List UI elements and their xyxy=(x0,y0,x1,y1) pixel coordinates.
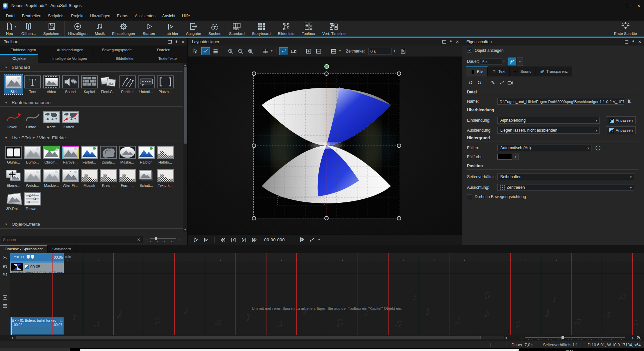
float-panel-icon[interactable] xyxy=(168,40,172,44)
fill-color-swatch[interactable] xyxy=(497,154,512,160)
motion-path-button[interactable] xyxy=(498,79,505,86)
toolbox-item[interactable]: Schatt... xyxy=(137,168,156,188)
toolbar-button[interactable]: ▼ Toolbox xyxy=(298,21,319,37)
toolbar-button[interactable]: ▼ Musik xyxy=(91,21,108,37)
selection-handle-w[interactable] xyxy=(252,144,256,148)
play-from-here-button[interactable] xyxy=(202,236,211,244)
remove-keyframe-button[interactable] xyxy=(314,47,323,55)
split-icon[interactable]: ✂ xyxy=(21,255,24,259)
selection-handle-s[interactable] xyxy=(324,216,329,220)
menu-item[interactable]: Ansicht xyxy=(159,11,179,21)
toolbox-item[interactable]: Text xyxy=(23,74,42,94)
toolbox-item[interactable]: Ebene... xyxy=(4,168,23,188)
toolbox-item[interactable]: Maske... xyxy=(118,145,137,165)
ausblendung-anpassen-button[interactable]: BA Anpassen xyxy=(606,126,636,134)
play-button[interactable] xyxy=(191,236,200,244)
toolbar-button[interactable]: ▼ Ausgabe xyxy=(182,21,205,37)
properties-tab[interactable]: Bild xyxy=(466,66,488,76)
properties-tab[interactable]: Text xyxy=(488,66,510,76)
scroll-right-arrow[interactable]: ▶ xyxy=(506,336,508,339)
fill-color-caret[interactable]: ▾ xyxy=(513,154,519,160)
name-input[interactable]: D:\Eugen_und_Hilde\Eugen Roth\2009\png\B… xyxy=(497,98,624,105)
search-input[interactable] xyxy=(1,236,143,243)
seitenverhaeltnis-select[interactable]: Beibehalten xyxy=(497,174,634,180)
toolbox-item[interactable]: Texturk... xyxy=(156,168,175,188)
keyframe-caret[interactable]: ▼ xyxy=(318,238,320,241)
menu-item[interactable]: Hinzufügen xyxy=(87,11,114,21)
toolbox-tab[interactable]: Dateien xyxy=(140,46,187,54)
clip-range-highlight[interactable]: min ✂ 00:05 xyxy=(10,253,64,261)
toolbox-item[interactable]: Video xyxy=(42,74,61,94)
menu-item[interactable]: Hilfe xyxy=(179,11,193,21)
edit-image-button[interactable]: ✎ xyxy=(489,79,497,86)
fast-forward-button[interactable] xyxy=(250,236,259,244)
selection-handle-sw[interactable] xyxy=(252,216,256,220)
toolbox-tab[interactable]: Einblendungen xyxy=(0,46,47,54)
toolbox-item[interactable]: Weich... xyxy=(23,168,42,188)
toolbox-item[interactable]: Kapitel xyxy=(80,74,99,94)
toolbox-item[interactable]: Einfac... xyxy=(23,110,42,130)
timeline-zoom-slider[interactable] xyxy=(525,336,625,340)
timeline-tab[interactable]: Storyboard xyxy=(48,245,76,253)
toolbar-button[interactable]: ▼ Hinzufügen xyxy=(64,21,91,37)
slider-thumb[interactable] xyxy=(562,336,564,339)
timeline-zoom-in-button[interactable]: + xyxy=(631,335,634,341)
next-object-button[interactable] xyxy=(240,236,248,244)
toolbox-item[interactable]: 3D-Rot... xyxy=(4,191,23,211)
audio-clip-left-edge[interactable] xyxy=(11,317,12,335)
toolbox-tab[interactable]: Texteffekte xyxy=(148,54,187,63)
select-tool-button[interactable] xyxy=(191,47,200,55)
toolbar-button[interactable]: ▼ Storyboard xyxy=(248,21,274,37)
motion-path-button[interactable] xyxy=(279,47,288,55)
toolbox-item[interactable]: Karte xyxy=(42,110,61,130)
toolbox-tab[interactable]: Ausblendungen xyxy=(47,46,94,54)
audio-clip[interactable]: 01 Boléro, ballet for orc +00:02 -00:07 xyxy=(10,317,64,335)
selection-handle-nw[interactable] xyxy=(252,71,256,76)
toolbox-item[interactable]: Displa... xyxy=(99,145,118,165)
erste-schritte-button[interactable]: Erste Schritte xyxy=(610,21,641,37)
designer-canvas[interactable] xyxy=(188,57,462,234)
razor-icon[interactable]: ✂ xyxy=(3,255,7,261)
close-panel-icon[interactable]: ✕ xyxy=(456,40,459,44)
toolbox-item[interactable]: Unterti... xyxy=(137,74,156,94)
ausrichtung-select[interactable]: Zentrieren xyxy=(497,184,634,191)
menu-item[interactable]: Datei xyxy=(3,11,19,21)
grid-dropdown-caret[interactable]: ▼ xyxy=(270,50,273,53)
timeline-tab[interactable]: Timeline - Spuransicht xyxy=(0,245,48,253)
toolbox-item[interactable]: Tonwe... xyxy=(23,191,42,211)
toolbox-item[interactable]: Mosaik xyxy=(80,168,99,188)
menu-item[interactable]: Assistenten xyxy=(132,11,159,21)
einblendung-select[interactable]: Alphablending xyxy=(497,117,600,124)
camera-pan-button[interactable] xyxy=(507,79,514,86)
properties-tab[interactable]: Sound xyxy=(510,66,536,76)
toolbar-button[interactable]: ▼ Öffnen... xyxy=(18,21,40,37)
rotation-handle[interactable] xyxy=(324,64,329,69)
close-button[interactable]: ✕ xyxy=(634,0,644,11)
menu-item[interactable]: Bearbeiten xyxy=(19,11,45,21)
add-keyframe-button[interactable] xyxy=(304,47,313,55)
ausblendung-select[interactable]: Liegen lassen, nicht ausblenden xyxy=(497,127,600,134)
toolbox-item[interactable]: Form-... xyxy=(118,168,137,188)
toolbar-button[interactable]: ▼ Speichern xyxy=(40,21,64,37)
toolbox-item[interactable]: Bump... xyxy=(23,145,42,165)
menu-item[interactable]: Projekt xyxy=(68,11,86,21)
toolbar-button[interactable]: ▼ ... ab hier xyxy=(159,21,182,37)
zeitmarke-input[interactable]: 0 s xyxy=(368,48,392,55)
transition-badge-icon[interactable] xyxy=(25,265,29,269)
toolbar-button[interactable]: ▼ Standard xyxy=(225,21,248,37)
rotate-left-button[interactable]: ↺ xyxy=(467,79,474,86)
zeitmarke-spinner[interactable]: ▲▼ xyxy=(394,50,396,53)
toolbox-item[interactable]: Farbef... xyxy=(80,145,99,165)
image-object-selection[interactable] xyxy=(253,73,399,218)
dropdown-caret-icon[interactable]: ▼ xyxy=(14,25,17,28)
image-clip[interactable]: 00:05 Beschleuniger 1 1-0-2 V_HED.png xyxy=(10,261,64,273)
timeline-zoom-out-button[interactable]: − xyxy=(520,335,523,341)
toolbox-tab[interactable]: Objekte xyxy=(0,54,38,63)
scrollbar-thumb[interactable] xyxy=(16,336,481,339)
layers-button[interactable] xyxy=(211,47,220,55)
section-header-liveeffekte[interactable]: ▼Live-Effekte / Video-Effekte xyxy=(0,134,183,142)
close-panel-icon[interactable]: ✕ xyxy=(638,40,641,44)
tile-size-slider[interactable] xyxy=(150,237,176,242)
toolbox-item[interactable]: Halbton xyxy=(137,145,156,165)
link-duration-button[interactable] xyxy=(508,58,516,65)
